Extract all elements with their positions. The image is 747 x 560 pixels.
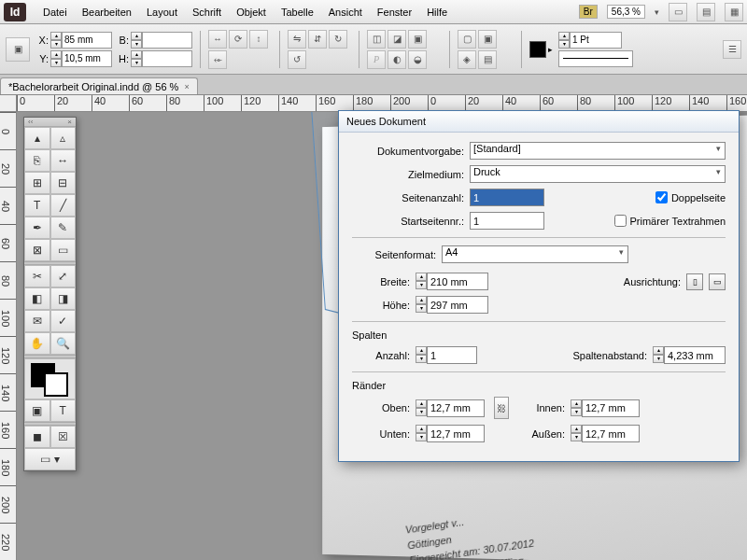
pages-input[interactable] [470, 189, 544, 206]
orientation-portrait-button[interactable]: ▯ [686, 273, 703, 290]
eyedropper-tool[interactable]: ✓ [50, 310, 77, 332]
x-input[interactable] [62, 32, 112, 49]
strokew-down[interactable]: ▾ [558, 40, 570, 49]
menu-hilfe[interactable]: Hilfe [419, 7, 455, 18]
h-up[interactable]: ▴ [131, 50, 142, 59]
format-container-icon[interactable]: ▣ [24, 399, 50, 422]
facing-pages-checkbox[interactable]: Doppelseite [655, 191, 726, 203]
page-tool[interactable]: ⎘ [24, 149, 50, 172]
view-mode-icon[interactable]: ▭ ▾ [24, 448, 76, 470]
width-up[interactable]: ▴ [416, 273, 427, 281]
type-tool[interactable]: T [24, 194, 50, 217]
apply-none-icon[interactable]: ☒ [50, 426, 77, 448]
colcount-up[interactable]: ▴ [416, 346, 427, 355]
drop-shadow-icon[interactable]: ◐ [388, 50, 406, 69]
close-tab-icon[interactable]: × [184, 82, 189, 91]
bottom-down[interactable]: ▾ [416, 433, 427, 441]
inside-up[interactable]: ▴ [571, 399, 582, 408]
wrap-jump-icon[interactable]: ▤ [478, 50, 497, 69]
height-up[interactable]: ▴ [416, 296, 427, 304]
fill-stroke-swatches[interactable] [24, 358, 76, 399]
shear-icon[interactable]: ⬰ [208, 50, 227, 69]
reference-point-icon[interactable]: ▣ [6, 37, 30, 62]
menu-layout[interactable]: Layout [139, 7, 185, 18]
top-down[interactable]: ▾ [416, 408, 427, 416]
y-up[interactable]: ▴ [50, 50, 62, 59]
wrap-bounding-icon[interactable]: ▣ [478, 30, 497, 49]
scale-x-icon[interactable]: ↔ [208, 30, 227, 49]
pen-tool[interactable]: ✒ [24, 217, 50, 239]
rotate-cw-icon[interactable]: ↻ [329, 30, 347, 49]
menu-objekt[interactable]: Objekt [229, 7, 274, 18]
stroke-color-icon[interactable] [44, 372, 68, 397]
margin-top-input[interactable] [427, 399, 485, 417]
link-margins-icon[interactable]: ⛓ [494, 397, 509, 419]
x-down[interactable]: ▾ [50, 40, 62, 49]
gutter-input[interactable] [664, 346, 726, 364]
gap-tool[interactable]: ↔ [50, 149, 77, 172]
bottom-up[interactable]: ▴ [416, 425, 427, 433]
height-input[interactable] [427, 296, 488, 314]
toolpanel-header[interactable] [24, 118, 76, 127]
w-down[interactable]: ▾ [131, 40, 142, 49]
opacity-icon[interactable]: ◒ [408, 50, 427, 69]
content-placer-tool[interactable]: ⊟ [50, 172, 77, 194]
rectangle-tool[interactable]: ▭ [50, 239, 77, 261]
screen-mode-icon[interactable]: ▭ [669, 3, 687, 21]
selection-tool[interactable]: ▴ [24, 127, 50, 149]
ruler-vertical[interactable]: 020406080100120140160180200220 [0, 112, 17, 560]
rotate-ccw-icon[interactable]: ↺ [288, 50, 306, 69]
menu-tabelle[interactable]: Tabelle [274, 7, 321, 18]
orientation-landscape-button[interactable]: ▭ [709, 273, 726, 290]
h-down[interactable]: ▾ [131, 59, 142, 67]
stroke-style-select[interactable] [558, 50, 633, 67]
fill-swatch[interactable] [529, 41, 546, 58]
line-tool[interactable]: ╱ [50, 194, 77, 217]
w-input[interactable] [142, 32, 192, 49]
view-options-icon[interactable]: ▤ [697, 3, 715, 21]
gradient-feather-tool[interactable]: ◨ [50, 287, 77, 310]
top-up[interactable]: ▴ [416, 399, 427, 408]
pencil-tool[interactable]: ✎ [50, 217, 77, 239]
margin-inside-input[interactable] [582, 399, 640, 417]
free-transform-tool[interactable]: ⤢ [50, 265, 77, 287]
menu-bearbeiten[interactable]: Bearbeiten [75, 7, 139, 18]
menu-ansicht[interactable]: Ansicht [321, 7, 370, 18]
intent-select[interactable]: Druck [470, 165, 726, 183]
x-up[interactable]: ▴ [50, 32, 62, 40]
gutter-down[interactable]: ▾ [653, 355, 664, 363]
effects-p-icon[interactable]: P [367, 50, 386, 69]
wrap-shape-icon[interactable]: ◈ [458, 50, 476, 69]
gradient-swatch-tool[interactable]: ◧ [24, 287, 50, 310]
height-down[interactable]: ▾ [416, 304, 427, 313]
preset-select[interactable]: [Standard] [470, 142, 726, 160]
margin-bottom-input[interactable] [427, 425, 485, 442]
menu-schrift[interactable]: Schrift [185, 7, 229, 18]
zoom-dropdown-icon[interactable]: ▾ [655, 7, 659, 17]
inside-down[interactable]: ▾ [571, 408, 582, 416]
fitting-icon[interactable]: ▣ [408, 30, 427, 49]
bridge-badge[interactable]: Br [579, 5, 598, 19]
outside-up[interactable]: ▴ [571, 425, 582, 433]
flip-h-icon[interactable]: ⇋ [288, 30, 306, 49]
colcount-down[interactable]: ▾ [416, 355, 427, 363]
hand-tool[interactable]: ✋ [24, 332, 50, 355]
strokew-up[interactable]: ▴ [558, 32, 570, 40]
content-collector-tool[interactable]: ⊞ [24, 172, 50, 194]
w-up[interactable]: ▴ [131, 32, 142, 40]
quick-apply-icon[interactable]: ☰ [723, 40, 741, 59]
menu-fenster[interactable]: Fenster [370, 7, 419, 18]
margin-outside-input[interactable] [582, 425, 640, 442]
scale-y-icon[interactable]: ↕ [249, 30, 268, 49]
flip-v-icon[interactable]: ⇵ [308, 30, 327, 49]
menu-datei[interactable]: Datei [35, 7, 75, 18]
gutter-up[interactable]: ▴ [653, 346, 664, 355]
select-content-icon[interactable]: ◪ [388, 30, 406, 49]
arrange-docs-icon[interactable]: ▦ [725, 3, 743, 21]
page-format-select[interactable]: A4 [442, 245, 628, 263]
format-text-icon[interactable]: T [50, 399, 77, 422]
direct-selection-tool[interactable]: ▵ [50, 127, 77, 149]
wrap-none-icon[interactable]: ▢ [458, 30, 476, 49]
primary-text-checkbox[interactable]: Primärer Textrahmen [614, 215, 726, 227]
h-input[interactable] [142, 50, 192, 67]
